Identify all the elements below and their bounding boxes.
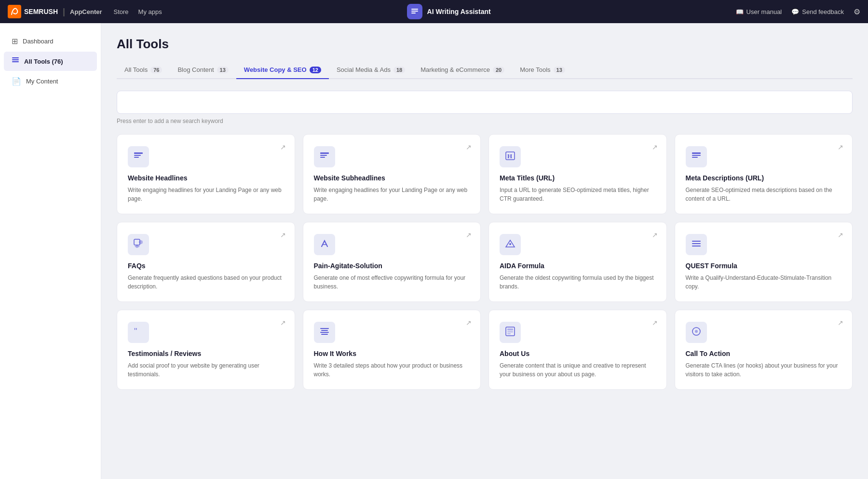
tool-card-pain-agitate-solution[interactable]: ↗ Pain-Agitate-Solution Generate one of … — [303, 222, 481, 302]
tool-card-website-subheadlines[interactable]: ↗ Website Subheadlines Write engaging he… — [303, 134, 481, 214]
card-icon-wrap-call-to-action — [686, 322, 707, 343]
tool-card-faqs[interactable]: ↗ FAQs Generate frequently asked questio… — [117, 222, 295, 302]
tool-card-meta-titles[interactable]: ↗ H Meta Titles (URL) Input a URL to gen… — [488, 134, 667, 214]
tool-card-testimonials-reviews[interactable]: ↗ " Testimonials / Reviews Add social pr… — [117, 310, 295, 390]
card-arrow-aida-formula: ↗ — [652, 231, 658, 239]
tab-badge-social-media: 18 — [393, 67, 405, 73]
svg-rect-8 — [134, 155, 141, 156]
card-icon-about-us — [505, 326, 515, 339]
card-icon-website-headlines — [133, 151, 144, 164]
card-icon-quest-formula — [691, 238, 702, 251]
main-content: All Tools All Tools 76 Blog Content 13 W… — [101, 23, 868, 479]
brand-logo[interactable]: SEMRUSH | AppCenter — [8, 5, 102, 18]
card-icon-meta-titles: H — [505, 151, 515, 164]
tab-badge-more-tools: 13 — [554, 67, 565, 73]
card-desc-website-headlines: Write engaging headlines for your Landin… — [128, 186, 284, 203]
search-container — [117, 91, 853, 114]
brand: SEMRUSH | AppCenter — [8, 5, 102, 18]
svg-rect-2 — [411, 11, 418, 12]
settings-icon[interactable]: ⚙ — [854, 7, 860, 16]
tab-badge-marketing: 20 — [493, 67, 504, 73]
card-title-call-to-action: Call To Action — [686, 350, 842, 357]
tool-card-about-us[interactable]: ↗ About Us Generate content that is uniq… — [488, 310, 667, 390]
topnav-center: AI Writing Assistant — [170, 4, 728, 19]
tab-marketing[interactable]: Marketing & eCommerce 20 — [413, 61, 512, 79]
card-desc-faqs: Generate frequently asked questions base… — [128, 274, 284, 291]
card-desc-how-it-works: Write 3 detailed steps about how your pr… — [314, 361, 470, 379]
book-icon: 📖 — [736, 8, 744, 15]
card-arrow-testimonials-reviews: ↗ — [280, 319, 286, 327]
svg-rect-34 — [507, 333, 511, 334]
card-icon-wrap-faqs — [128, 234, 149, 255]
card-desc-meta-descriptions: Generate SEO-optimized meta descriptions… — [686, 186, 842, 203]
card-arrow-meta-titles: ↗ — [652, 143, 658, 151]
svg-rect-29 — [320, 332, 329, 333]
semrush-logo-icon — [8, 5, 21, 18]
tab-more-tools[interactable]: More Tools 13 — [512, 61, 573, 79]
tool-card-meta-descriptions[interactable]: ↗ Meta Descriptions (URL) Generate SEO-o… — [675, 134, 853, 214]
svg-rect-0 — [8, 5, 21, 18]
card-icon-wrap-website-subheadlines — [314, 146, 335, 167]
mycontent-icon: 📄 — [12, 77, 21, 86]
svg-rect-23 — [692, 241, 701, 242]
tab-blog-content[interactable]: Blog Content 13 — [170, 61, 236, 79]
card-arrow-quest-formula: ↗ — [838, 231, 843, 239]
svg-rect-33 — [507, 331, 513, 332]
search-input[interactable] — [125, 98, 844, 106]
svg-rect-11 — [320, 155, 327, 156]
layout: ⊞ Dashboard All Tools (76) 📄 My Content … — [0, 23, 868, 479]
tab-all-tools[interactable]: All Tools 76 — [117, 61, 170, 79]
svg-rect-4 — [12, 57, 19, 58]
card-arrow-faqs: ↗ — [280, 231, 286, 239]
sidebar: ⊞ Dashboard All Tools (76) 📄 My Content — [0, 23, 101, 479]
svg-text:H: H — [507, 152, 512, 160]
sidebar-item-all-tools[interactable]: All Tools (76) — [4, 52, 97, 71]
card-icon-wrap-meta-descriptions — [686, 146, 707, 167]
topnav-links: Store My apps — [114, 8, 162, 15]
tool-card-website-headlines[interactable]: ↗ Website Headlines Write engaging headl… — [117, 134, 295, 214]
card-title-pain-agitate-solution: Pain-Agitate-Solution — [314, 262, 470, 270]
app-icon-badge — [407, 4, 422, 19]
card-arrow-website-headlines: ↗ — [280, 143, 286, 151]
card-icon-wrap-testimonials-reviews: " — [128, 322, 149, 343]
writing-icon — [410, 7, 419, 16]
card-title-website-headlines: Website Headlines — [128, 174, 284, 182]
card-desc-testimonials-reviews: Add social proof to your website by gene… — [128, 361, 284, 379]
page-title: All Tools — [117, 37, 853, 52]
tool-card-aida-formula[interactable]: ↗ AIDA Formula Generate the oldest copyw… — [488, 222, 667, 302]
svg-rect-27 — [320, 328, 329, 329]
myapps-link[interactable]: My apps — [138, 8, 162, 15]
card-desc-pain-agitate-solution: Generate one of most effective copywriti… — [314, 274, 470, 291]
tool-card-call-to-action[interactable]: ↗ Call To Action Generate CTA lines (or … — [675, 310, 853, 390]
tab-badge-website-copy: 12 — [310, 67, 321, 73]
app-title: AI Writing Assistant — [427, 8, 491, 15]
svg-point-19 — [139, 240, 143, 244]
svg-rect-30 — [321, 334, 328, 335]
card-icon-testimonials-reviews: " — [133, 326, 144, 339]
user-manual-link[interactable]: 📖 User manual — [736, 8, 782, 15]
send-feedback-link[interactable]: 💬 Send feedback — [791, 8, 844, 15]
card-icon-wrap-aida-formula — [500, 234, 521, 255]
sidebar-item-dashboard[interactable]: ⊞ Dashboard — [4, 32, 97, 51]
svg-point-36 — [695, 330, 698, 333]
svg-rect-7 — [134, 152, 143, 154]
alltools-icon — [12, 56, 19, 66]
svg-rect-9 — [134, 157, 139, 158]
sidebar-item-my-content[interactable]: 📄 My Content — [4, 72, 97, 91]
topnav-right: 📖 User manual 💬 Send feedback ⚙ — [736, 7, 860, 16]
svg-rect-28 — [321, 330, 328, 331]
tab-social-media[interactable]: Social Media & Ads 18 — [329, 61, 413, 79]
card-title-quest-formula: QUEST Formula — [686, 262, 842, 270]
card-icon-how-it-works — [319, 326, 330, 339]
card-title-faqs: FAQs — [128, 262, 284, 270]
tab-badge-blog-content: 13 — [217, 67, 229, 73]
store-link[interactable]: Store — [114, 8, 129, 15]
search-hint: Press enter to add a new search keyword — [117, 118, 853, 124]
tab-website-copy[interactable]: Website Copy & SEO 12 — [236, 61, 329, 79]
card-icon-wrap-quest-formula — [686, 234, 707, 255]
tool-card-quest-formula[interactable]: ↗ QUEST Formula Write a Qualify-Understa… — [675, 222, 853, 302]
card-desc-meta-titles: Input a URL to generate SEO-optimized me… — [500, 186, 656, 203]
card-arrow-website-subheadlines: ↗ — [466, 143, 472, 151]
tool-card-how-it-works[interactable]: ↗ How It Works Write 3 detailed steps ab… — [303, 310, 481, 390]
card-desc-aida-formula: Generate the oldest copywriting formula … — [500, 274, 656, 291]
